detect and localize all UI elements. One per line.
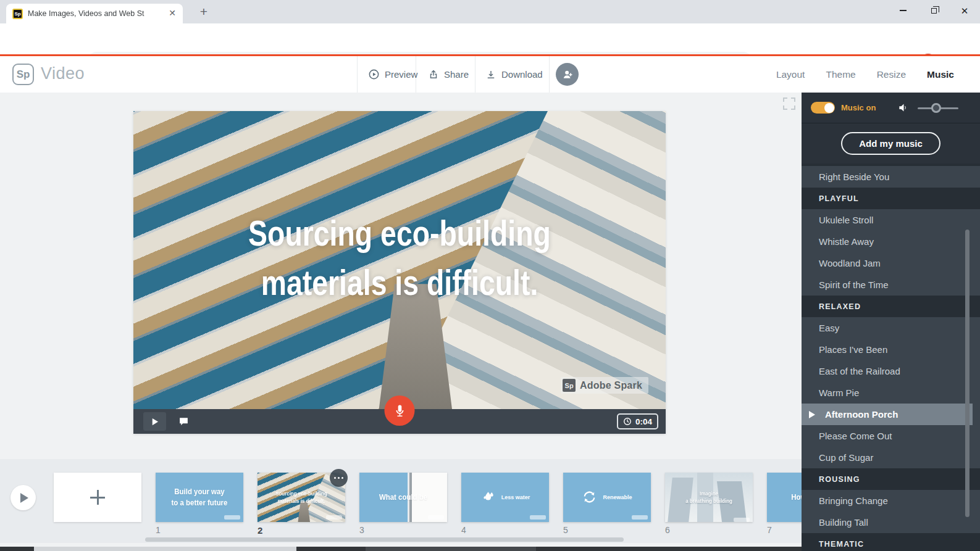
spark-logo[interactable]: Sp — [12, 64, 34, 85]
slide-number: 5 — [563, 525, 651, 535]
mini-watermark — [326, 515, 342, 520]
window-restore-button[interactable] — [918, 0, 949, 21]
music-panel-header: Music on — [802, 93, 980, 123]
clock-icon — [623, 417, 632, 426]
duration-chip: 0:04 — [617, 413, 658, 429]
tab-resize[interactable]: Resize — [877, 69, 906, 80]
video-preview-player[interactable]: Sourcing eco-building materials is diffi… — [133, 111, 666, 434]
music-track[interactable]: Easy — [802, 317, 980, 339]
music-category-header: RELAXED — [802, 296, 980, 317]
music-track[interactable]: Woodland Jam — [802, 252, 980, 274]
slide-number: 1 — [156, 525, 243, 535]
add-person-icon — [561, 68, 574, 81]
water-drops-icon — [480, 489, 496, 506]
mini-watermark — [632, 515, 648, 520]
play-button[interactable] — [143, 412, 166, 431]
timeline-slide-7[interactable]: How you ca — [767, 473, 802, 522]
volume-knob[interactable] — [931, 103, 941, 113]
music-category-header: PLAYFUL — [802, 188, 980, 209]
mini-watermark — [224, 515, 240, 520]
download-button[interactable]: Download — [485, 56, 543, 93]
player-control-bar: 0:04 — [133, 409, 666, 434]
tab-music[interactable]: Music — [927, 69, 954, 80]
timeline-slide-2[interactable]: Sourcing eco-buildingmaterials is diffic… — [258, 473, 345, 522]
timeline-slide-6[interactable]: Imaginea breathing building — [665, 473, 753, 522]
microphone-icon — [392, 404, 407, 418]
tab-title: Make Images, Videos and Web St — [28, 9, 167, 18]
music-track[interactable]: East of the Railroad — [802, 360, 980, 382]
window-close-button[interactable]: ✕ — [949, 0, 980, 21]
app-toolbar: Sp Video Preview Share Download LayoutTh… — [0, 56, 980, 93]
music-track[interactable]: Bringing Change — [802, 490, 980, 512]
volume-slider[interactable] — [918, 103, 958, 113]
timeline-slide-1[interactable]: Build your wayto a better future — [156, 473, 243, 522]
tab-close-icon[interactable]: ✕ — [167, 8, 178, 19]
window-minimize-button[interactable] — [887, 0, 918, 21]
mini-watermark — [428, 515, 444, 520]
slide-text: How you ca — [773, 473, 802, 522]
timeline-slide-3[interactable]: What could be — [359, 473, 447, 522]
fullscreen-icon[interactable] — [783, 97, 795, 110]
tab-theme[interactable]: Theme — [826, 69, 855, 80]
slide-number: 4 — [461, 525, 549, 535]
now-playing-icon — [809, 411, 815, 418]
preview-button[interactable]: Preview — [368, 56, 417, 93]
slide-photo-background: Sourcing eco-building materials is diffi… — [133, 111, 666, 409]
play-icon — [150, 417, 159, 426]
spark-favicon-icon: Sp — [12, 9, 23, 19]
music-track[interactable]: Cup of Sugar — [802, 447, 980, 468]
slide-number: 6 — [665, 525, 753, 535]
timeline-play-button[interactable] — [10, 485, 36, 510]
mini-watermark — [530, 515, 546, 520]
scrollbar-thumb[interactable] — [34, 547, 296, 551]
tab-layout[interactable]: Layout — [776, 69, 805, 80]
share-button[interactable]: Share — [428, 56, 469, 93]
speech-bubble-icon — [178, 416, 189, 427]
music-track[interactable]: Building Tall — [802, 512, 980, 533]
spark-watermark-logo: Sp — [563, 379, 576, 392]
add-my-music-button[interactable]: Add my music — [841, 132, 940, 155]
music-track[interactable]: Places I've Been — [802, 339, 980, 360]
panel-nav-tabs: LayoutThemeResizeMusic — [776, 56, 954, 93]
slide-text: What could be — [365, 473, 442, 522]
speaker-icon — [898, 102, 910, 114]
browser-tab-bar: Sp Make Images, Videos and Web St ✕ + ✕ — [0, 0, 980, 23]
new-tab-button[interactable]: + — [196, 4, 211, 19]
slide-options-menu[interactable] — [330, 469, 348, 487]
music-on-toggle[interactable] — [811, 102, 835, 114]
preview-eye-icon — [368, 68, 380, 80]
music-category-header: ROUSING — [802, 468, 980, 490]
play-icon — [20, 493, 28, 503]
window-controls: ✕ — [887, 0, 980, 21]
music-track[interactable]: Warm Pie — [802, 382, 980, 404]
music-track[interactable]: Ukulele Stroll — [802, 209, 980, 231]
timeline-scrollbar[interactable] — [145, 537, 624, 542]
mini-watermark — [734, 518, 750, 522]
music-track-list: Right Beside YouPLAYFULUkulele StrollWhi… — [802, 166, 980, 551]
music-track[interactable]: Right Beside You — [802, 166, 980, 188]
music-on-label: Music on — [841, 103, 876, 112]
music-track[interactable]: Spirit of the Time — [802, 274, 980, 296]
music-track[interactable]: Whistle Away — [802, 231, 980, 252]
renewable-icon — [582, 489, 597, 506]
timeline-slide-4[interactable]: Less water — [461, 473, 549, 522]
browser-tab[interactable]: Sp Make Images, Videos and Web St ✕ — [6, 4, 183, 23]
record-voice-button[interactable] — [385, 396, 415, 426]
slide-number: 2 — [258, 525, 345, 536]
duration-text: 0:04 — [635, 417, 652, 426]
add-slide-button[interactable] — [54, 473, 141, 522]
slide-number: 7 — [767, 525, 802, 535]
music-list-scrollbar[interactable] — [965, 230, 970, 517]
slide-title-text: Sourcing eco-building materials is diffi… — [186, 209, 613, 307]
invite-avatar-button[interactable] — [556, 63, 579, 86]
slide-text: Sourcing eco-buildingmaterials is diffic… — [263, 473, 340, 522]
plus-icon — [90, 490, 105, 505]
caption-button[interactable] — [172, 412, 195, 431]
music-track[interactable]: Afternoon Porch — [802, 404, 973, 425]
slide-timeline: Build your wayto a better future1Sourcin… — [0, 459, 802, 543]
timeline-slide-5[interactable]: Renewable — [563, 473, 651, 522]
slide-text: Build your wayto a better future — [161, 473, 238, 522]
browser-address-bar: spark.adobe.com/sp/design/video/558d586f… — [0, 23, 980, 54]
slide-text: Imaginea breathing building — [671, 473, 748, 522]
music-track[interactable]: Please Come Out — [802, 425, 980, 447]
